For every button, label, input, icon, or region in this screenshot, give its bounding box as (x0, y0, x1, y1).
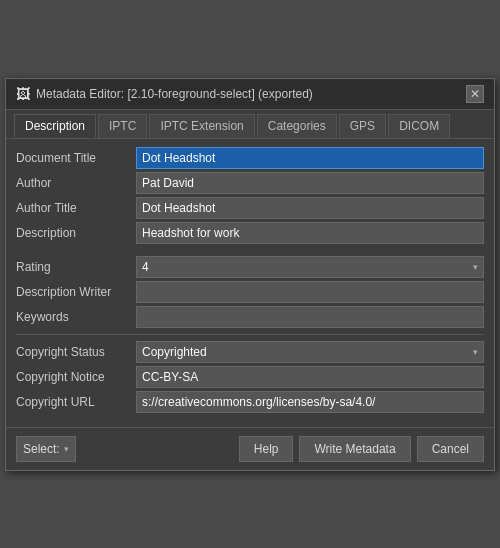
tab-iptc[interactable]: IPTC (98, 114, 147, 138)
copyright-url-row: Copyright URL (16, 391, 484, 413)
keywords-row: Keywords (16, 306, 484, 328)
close-button[interactable]: ✕ (466, 85, 484, 103)
document-title-input[interactable] (136, 147, 484, 169)
tab-dicom[interactable]: DICOM (388, 114, 450, 138)
keywords-label: Keywords (16, 310, 136, 324)
copyright-notice-input[interactable] (136, 366, 484, 388)
title-bar-left: 🖼 Metadata Editor: [2.10-foreground-sele… (16, 86, 313, 102)
author-input[interactable] (136, 172, 484, 194)
keywords-input[interactable] (136, 306, 484, 328)
tab-categories[interactable]: Categories (257, 114, 337, 138)
tab-bar: Description IPTC IPTC Extension Categori… (6, 110, 494, 139)
description-writer-row: Description Writer (16, 281, 484, 303)
footer-right: Help Write Metadata Cancel (239, 436, 484, 462)
rating-label: Rating (16, 260, 136, 274)
select-dropdown[interactable]: Select: ▾ (16, 436, 76, 462)
author-title-label: Author Title (16, 201, 136, 215)
document-title-row: Document Title (16, 147, 484, 169)
tab-gps[interactable]: GPS (339, 114, 386, 138)
rating-chevron-icon: ▾ (473, 262, 478, 272)
select-chevron-icon: ▾ (64, 444, 69, 454)
rating-section: Rating 4 ▾ Description Writer Keywords (16, 256, 484, 328)
app-icon: 🖼 (16, 86, 30, 102)
copyright-status-chevron-icon: ▾ (473, 347, 478, 357)
description-input[interactable] (136, 222, 484, 244)
rating-select[interactable]: 4 ▾ (136, 256, 484, 278)
copyright-status-row: Copyright Status Copyrighted ▾ (16, 341, 484, 363)
footer-left: Select: ▾ (16, 436, 76, 462)
basic-fields-section: Document Title Author Author Title Descr… (16, 147, 484, 244)
rating-row: Rating 4 ▾ (16, 256, 484, 278)
section-divider (16, 334, 484, 335)
description-label: Description (16, 226, 136, 240)
footer: Select: ▾ Help Write Metadata Cancel (6, 427, 494, 470)
author-row: Author (16, 172, 484, 194)
select-label: Select: (23, 442, 60, 456)
write-metadata-button[interactable]: Write Metadata (299, 436, 410, 462)
content-area: Document Title Author Author Title Descr… (6, 139, 494, 427)
cancel-button[interactable]: Cancel (417, 436, 484, 462)
copyright-status-value: Copyrighted (142, 345, 207, 359)
copyright-section: Copyright Status Copyrighted ▾ Copyright… (16, 341, 484, 413)
copyright-status-label: Copyright Status (16, 345, 136, 359)
metadata-editor-dialog: 🖼 Metadata Editor: [2.10-foreground-sele… (5, 78, 495, 471)
help-button[interactable]: Help (239, 436, 294, 462)
author-title-input[interactable] (136, 197, 484, 219)
window-title: Metadata Editor: [2.10-foreground-select… (36, 87, 313, 101)
rating-value: 4 (142, 260, 149, 274)
document-title-label: Document Title (16, 151, 136, 165)
description-writer-label: Description Writer (16, 285, 136, 299)
copyright-notice-label: Copyright Notice (16, 370, 136, 384)
author-label: Author (16, 176, 136, 190)
tab-description[interactable]: Description (14, 114, 96, 138)
description-writer-input[interactable] (136, 281, 484, 303)
author-title-row: Author Title (16, 197, 484, 219)
copyright-notice-row: Copyright Notice (16, 366, 484, 388)
description-row: Description (16, 222, 484, 244)
copyright-url-input[interactable] (136, 391, 484, 413)
copyright-status-select[interactable]: Copyrighted ▾ (136, 341, 484, 363)
tab-iptc-extension[interactable]: IPTC Extension (149, 114, 254, 138)
title-bar: 🖼 Metadata Editor: [2.10-foreground-sele… (6, 79, 494, 110)
copyright-url-label: Copyright URL (16, 395, 136, 409)
